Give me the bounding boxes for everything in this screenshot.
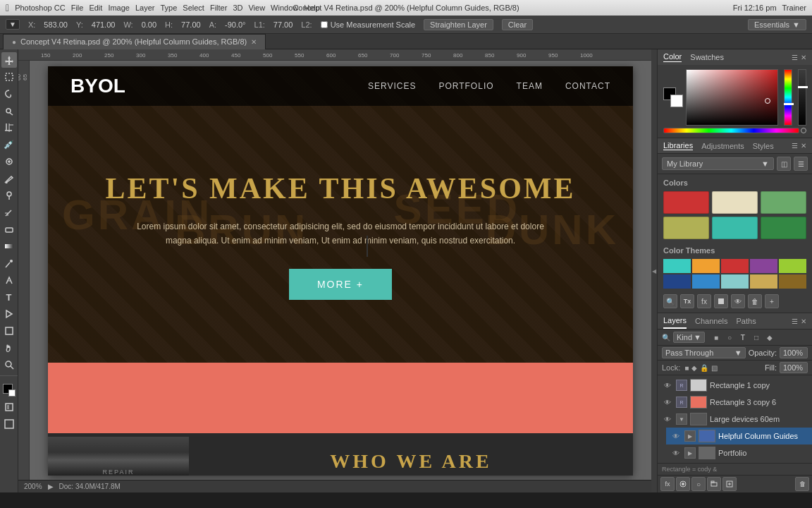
menu-layer[interactable]: Layer xyxy=(135,4,155,12)
nav-team[interactable]: TEAM xyxy=(517,81,543,91)
layer-visibility-toggle[interactable]: 👁 xyxy=(662,413,673,425)
add-adjustment-button[interactable]: ○ xyxy=(691,477,706,491)
eyedropper-tool[interactable]: 💉 xyxy=(1,137,17,152)
healing-tool[interactable] xyxy=(1,154,17,169)
alpha-handle[interactable] xyxy=(798,86,808,88)
tab-styles[interactable]: Styles xyxy=(753,142,774,150)
theme2-swatch-2[interactable] xyxy=(692,274,720,289)
hand-tool[interactable] xyxy=(1,340,17,356)
layers-list[interactable]: 👁 R Rectangle 1 copy 👁 R Rectangle 3 cop… xyxy=(658,375,812,463)
theme1-swatch-4[interactable] xyxy=(750,259,777,273)
group-expand-arrow[interactable]: ▼ xyxy=(676,413,687,425)
tab-channels[interactable]: Channels xyxy=(695,314,727,328)
clear-button[interactable]: Clear xyxy=(502,19,533,30)
text-filter-icon[interactable]: T xyxy=(737,332,749,343)
layer-item-rectangle-1-copy[interactable]: 👁 R Rectangle 1 copy xyxy=(658,377,812,394)
pen-tool[interactable] xyxy=(1,272,17,288)
eraser-tool[interactable] xyxy=(1,222,17,237)
lock-artboards-icon[interactable]: ▧ xyxy=(711,364,718,372)
lib-search-icon[interactable]: 🔍 xyxy=(663,294,677,308)
nav-portfolio[interactable]: PORTFOLIO xyxy=(438,81,493,91)
layer-item-portfolio[interactable]: 👁 ▶ Portfolio xyxy=(666,445,812,461)
background-swatch[interactable] xyxy=(670,95,683,107)
nav-services[interactable]: SERVICES xyxy=(368,81,416,91)
theme1-swatch-3[interactable] xyxy=(721,259,749,273)
layers-menu-icon[interactable]: ☰ xyxy=(792,318,798,325)
theme2-swatch-3[interactable] xyxy=(721,274,749,289)
dodge-tool[interactable] xyxy=(1,255,17,271)
hue-bar[interactable] xyxy=(663,128,799,133)
layer-visibility-toggle[interactable]: 👁 xyxy=(670,430,682,442)
layer-visibility-toggle[interactable]: 👁 xyxy=(670,447,682,459)
toggle-filter-icon[interactable]: ◆ xyxy=(764,332,775,343)
path-selection-tool[interactable] xyxy=(1,306,17,322)
theme1-swatch-2[interactable] xyxy=(692,259,720,273)
h-value[interactable]: 77.00 xyxy=(181,20,201,29)
lib-shape-icon[interactable] xyxy=(714,294,728,308)
l1-value[interactable]: 77.00 xyxy=(273,20,293,29)
blend-mode-dropdown[interactable]: Pass Through ▼ xyxy=(662,347,746,358)
angle-value[interactable]: -90.0° xyxy=(225,20,245,29)
foreground-color-swatch[interactable] xyxy=(1,382,17,398)
menu-image[interactable]: Image xyxy=(108,4,130,12)
library-grid-view[interactable]: ◫ xyxy=(777,157,791,171)
clone-stamp-tool[interactable] xyxy=(1,188,17,203)
lock-pixels-icon[interactable]: ■ xyxy=(684,364,689,372)
straighten-layer-button[interactable]: Straighten Layer xyxy=(424,19,493,30)
panel-collapse-handle[interactable]: ◀ xyxy=(651,49,657,492)
color-swatch-teal[interactable] xyxy=(712,217,758,239)
panel-close-icon[interactable]: ✕ xyxy=(801,54,806,61)
w-value[interactable]: 0.00 xyxy=(142,20,156,29)
lib-eye-icon[interactable]: 👁 xyxy=(731,294,745,308)
hue-strip[interactable] xyxy=(784,69,792,126)
tab-layers[interactable]: Layers xyxy=(663,313,687,329)
menu-view[interactable]: View xyxy=(248,4,265,12)
essentials-button[interactable]: Essentials ▼ xyxy=(748,19,806,30)
menu-file[interactable]: File xyxy=(71,4,84,12)
gradient-tool[interactable] xyxy=(1,238,17,254)
app-name[interactable]: Photoshop CC xyxy=(15,4,66,12)
lib-text-icon[interactable]: Tx xyxy=(680,294,694,308)
quick-select-tool[interactable] xyxy=(1,103,17,119)
layer-visibility-toggle[interactable]: 👁 xyxy=(662,397,673,408)
tab-close-button[interactable]: ✕ xyxy=(251,38,257,46)
menu-select[interactable]: Select xyxy=(183,4,204,12)
hue-handle[interactable] xyxy=(784,103,794,105)
zoom-controls[interactable]: ▶ xyxy=(48,483,54,490)
lib-style-icon[interactable]: fx xyxy=(697,294,711,308)
use-measurement-checkbox[interactable]: Use Measurement Scale xyxy=(321,20,415,29)
menu-type[interactable]: Type xyxy=(160,4,177,12)
add-layer-style-button[interactable]: fx xyxy=(660,477,675,491)
document-tab[interactable]: ● Concept V4 Retina.psd @ 200% (Helpful … xyxy=(3,34,266,49)
menu-3d[interactable]: 3D xyxy=(233,4,242,12)
zoom-tool[interactable] xyxy=(1,357,17,373)
smart-object-filter-icon[interactable]: □ xyxy=(751,332,762,343)
lib-panel-close[interactable]: ✕ xyxy=(801,142,806,150)
layer-item-rectangle-3-copy-6[interactable]: 👁 R Rectangle 3 copy 6 xyxy=(658,394,812,411)
move-tool[interactable] xyxy=(1,52,17,68)
nav-contact[interactable]: CONTACT xyxy=(565,81,610,91)
canvas-document-container[interactable]: GRAIN BRUN SEED DUNK BYOL SERVICES PORTF… xyxy=(30,61,651,480)
menu-edit[interactable]: Edit xyxy=(89,4,102,12)
layers-close-icon[interactable]: ✕ xyxy=(801,318,806,325)
spectrum-handle[interactable] xyxy=(801,128,806,133)
color-spectrum-box[interactable] xyxy=(686,69,778,126)
delete-layer-button[interactable]: 🗑 xyxy=(795,477,809,491)
color-swatch-green[interactable] xyxy=(761,191,806,214)
lock-all-icon[interactable]: 🔒 xyxy=(700,364,708,372)
text-tool[interactable]: T xyxy=(1,289,17,305)
screen-mode-tool[interactable] xyxy=(1,416,17,432)
color-swatch-red[interactable] xyxy=(663,191,709,214)
color-handle[interactable] xyxy=(765,98,770,104)
tab-swatches[interactable]: Swatches xyxy=(690,53,724,62)
theme2-swatch-5[interactable] xyxy=(779,274,806,289)
my-library-dropdown[interactable]: My Library ▼ xyxy=(662,157,774,170)
panel-menu-icon[interactable]: ☰ xyxy=(792,54,798,61)
theme2-swatch-1[interactable] xyxy=(663,274,691,289)
fg-bg-color-swatches[interactable] xyxy=(663,87,683,107)
tab-color[interactable]: Color xyxy=(663,52,682,62)
opacity-value[interactable]: 100% xyxy=(780,347,808,358)
tab-paths[interactable]: Paths xyxy=(737,314,756,328)
theme1-swatch-5[interactable] xyxy=(779,259,806,273)
color-swatch-olive[interactable] xyxy=(663,217,709,239)
